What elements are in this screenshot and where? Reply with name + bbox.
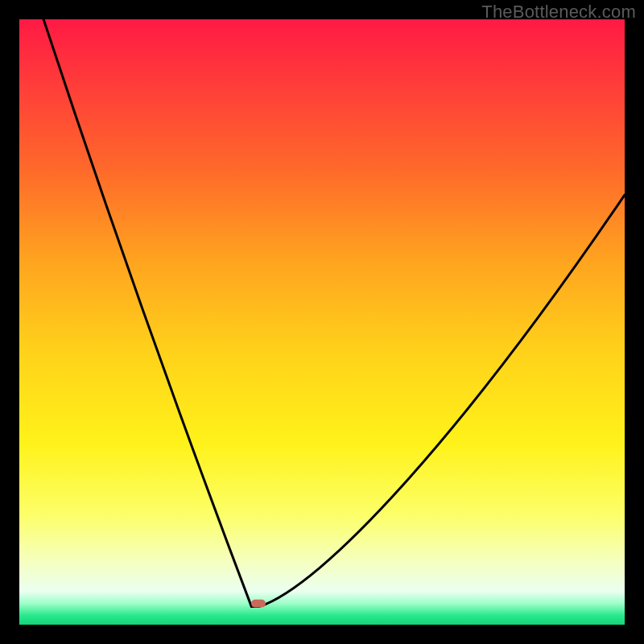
- watermark-text: TheBottleneck.com: [481, 2, 636, 23]
- chart-container: TheBottleneck.com: [0, 0, 644, 644]
- optimum-marker: [251, 600, 266, 608]
- bottleneck-chart: [19, 19, 625, 625]
